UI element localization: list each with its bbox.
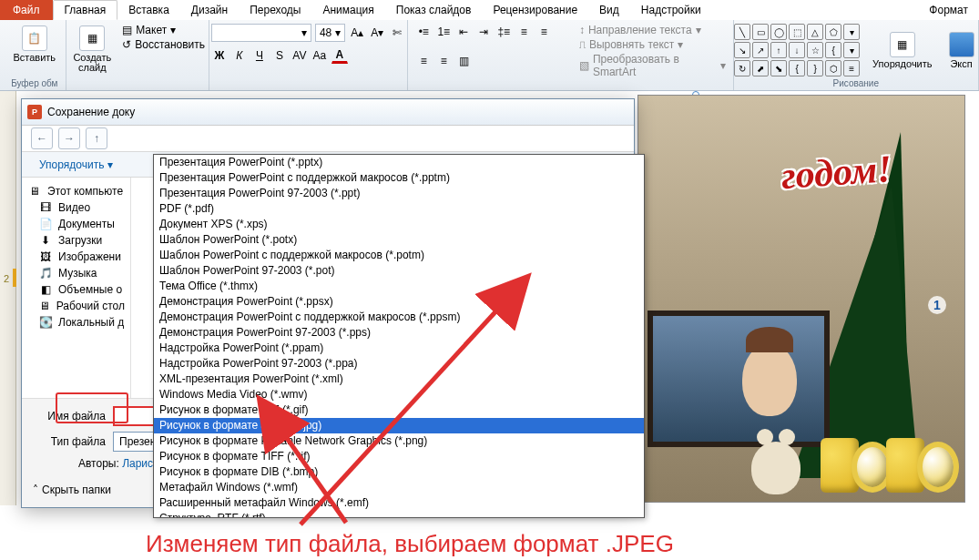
tab-view[interactable]: Вид <box>588 0 630 20</box>
smartart-label: Преобразовать в SmartArt <box>593 53 717 78</box>
filetype-option[interactable]: Шаблон PowerPoint 97-2003 (*.pot) <box>154 263 644 279</box>
clipboard-group-label: Буфер обм <box>11 78 57 90</box>
text-direction-button[interactable]: ↕Направление текста ▾ <box>579 24 726 36</box>
tree-item[interactable]: 🎞Видео <box>22 199 130 216</box>
drawing-group-label: Рисование <box>833 78 879 90</box>
video-icon: 🎞 <box>38 201 53 214</box>
inserted-image[interactable]: годом! 1 <box>637 95 965 503</box>
slide-thumbnail[interactable] <box>13 269 16 287</box>
restore-label: Восстановить <box>135 38 205 51</box>
tab-format[interactable]: Формат <box>918 0 979 20</box>
italic-icon[interactable]: К <box>231 47 248 64</box>
smartart-button[interactable]: ▧Преобразовать в SmartArt ▾ <box>579 53 726 78</box>
dialog-titlebar: P Сохранение доку <box>22 99 634 125</box>
filetype-option[interactable]: Шаблон PowerPoint с поддержкой макросов … <box>154 248 644 263</box>
layout-button[interactable]: ▤Макет ▾ <box>122 24 205 36</box>
export-label: Эксп <box>950 59 972 69</box>
underline-icon[interactable]: Ч <box>251 47 268 64</box>
back-button[interactable]: ← <box>31 127 53 149</box>
filetype-option[interactable]: Тема Office (*.thmx) <box>154 279 644 294</box>
tree-item[interactable]: 🎵Музыка <box>22 265 130 281</box>
slide-thumbnails-panel: 2 <box>0 91 16 505</box>
tab-file[interactable]: Файл <box>0 0 53 20</box>
align-left-icon[interactable]: ≡ <box>515 24 532 40</box>
channel-logo-icon: 1 <box>928 296 946 314</box>
paste-button[interactable]: 📋 Вставить <box>9 24 59 65</box>
columns-icon[interactable]: ▥ <box>455 53 472 69</box>
filetype-option[interactable]: Шаблон PowerPoint (*.potx) <box>154 232 644 248</box>
filetype-option[interactable]: Документ XPS (*.xps) <box>154 217 644 232</box>
case-icon[interactable]: Aa <box>311 47 328 64</box>
numbering-icon[interactable]: 1≡ <box>435 24 452 40</box>
filetype-option[interactable]: Презентация PowerPoint 97-2003 (*.ppt) <box>154 186 644 201</box>
tab-home[interactable]: Главная <box>53 0 118 20</box>
tree-item[interactable]: 🖥Рабочий стол <box>22 298 130 314</box>
tree-label: Изображени <box>58 250 121 263</box>
tree-item[interactable]: ◧Объемные о <box>22 281 130 298</box>
align-text-icon: ⎍ <box>579 38 586 51</box>
indent-inc-icon[interactable]: ⇥ <box>475 24 492 40</box>
desktop-icon: 🖥 <box>38 300 51 312</box>
shrink-font-icon[interactable]: A▾ <box>369 25 385 41</box>
restore-icon: ↺ <box>122 38 131 51</box>
align-right-icon[interactable]: ≡ <box>415 53 432 69</box>
images-icon: 🖼 <box>38 250 53 263</box>
indent-dec-icon[interactable]: ⇤ <box>455 24 472 40</box>
arrange-label: Упорядочить <box>872 59 932 69</box>
filetype-option[interactable]: Презентация PowerPoint (*.pptx) <box>154 155 644 170</box>
up-button[interactable]: ↑ <box>86 127 107 149</box>
strike-icon[interactable]: S <box>271 47 288 64</box>
chevron-up-icon: ˄ <box>33 484 38 496</box>
smartart-icon: ▧ <box>579 59 589 72</box>
shadow-icon[interactable]: AV <box>291 47 308 64</box>
hide-folders-button[interactable]: ˄Скрыть папки <box>33 484 111 496</box>
clear-format-icon[interactable]: ✄ <box>389 25 405 41</box>
linespacing-icon[interactable]: ‡≡ <box>495 24 512 40</box>
tree-label: Загрузки <box>58 234 102 247</box>
tree-item[interactable]: 🖼Изображени <box>22 249 130 265</box>
export-button[interactable]: Эксп <box>945 30 978 71</box>
tab-insert[interactable]: Вставка <box>117 0 180 20</box>
filetype-option[interactable]: Презентация PowerPoint с поддержкой макр… <box>154 170 644 186</box>
slide-number: 2 <box>4 273 9 284</box>
clipboard-icon: 📋 <box>22 25 47 51</box>
tab-animation[interactable]: Анимация <box>311 0 384 20</box>
tree-item[interactable]: ⬇Загрузки <box>22 232 130 249</box>
filetype-option[interactable]: PDF (*.pdf) <box>154 201 644 217</box>
font-family-select[interactable]: ▾ <box>211 24 311 42</box>
justify-icon[interactable]: ≡ <box>435 53 452 69</box>
slide-canvas[interactable]: годом! 1 <box>637 91 979 505</box>
tree-item[interactable]: 📄Документы <box>22 216 130 232</box>
align-center-icon[interactable]: ≡ <box>535 24 552 40</box>
ribbon-tabs: Файл Главная Вставка Дизайн Переходы Ани… <box>0 0 979 20</box>
font-color-icon[interactable]: A <box>331 47 348 64</box>
tab-addins[interactable]: Надстройки <box>630 0 712 20</box>
tab-review[interactable]: Рецензирование <box>482 0 588 20</box>
tree-root[interactable]: 🖥Этот компьюте <box>22 183 130 199</box>
forward-button[interactable]: → <box>58 127 80 149</box>
music-icon: 🎵 <box>38 267 53 280</box>
tree-item[interactable]: 💽Локальный д <box>22 314 130 331</box>
grow-font-icon[interactable]: A▴ <box>349 25 365 41</box>
font-size-select[interactable]: 48 ▾ <box>315 24 345 42</box>
tab-design[interactable]: Дизайн <box>180 0 239 20</box>
authors-label: Авторы: <box>78 457 119 470</box>
tab-slideshow[interactable]: Показ слайдов <box>385 0 483 20</box>
shape-gallery[interactable]: ╲▭◯⬚△⬠▾ ↘↗↑↓☆{▾ ↻⬈⬊{}⬡≡ <box>734 24 860 76</box>
tree-label: Музыка <box>58 267 97 280</box>
tree-root-label: Этот компьюте <box>47 185 123 198</box>
tab-transitions[interactable]: Переходы <box>239 0 311 20</box>
new-slide-button[interactable]: ▦ Создать слайд <box>69 24 115 75</box>
folder-tree[interactable]: 🖥Этот компьюте 🎞Видео 📄Документы ⬇Загруз… <box>22 178 131 398</box>
align-text-button[interactable]: ⎍Выровнять текст ▾ <box>579 38 726 51</box>
documents-icon: 📄 <box>38 218 53 230</box>
restore-button[interactable]: ↺Восстановить <box>122 38 205 51</box>
font-size-value: 48 <box>320 26 331 39</box>
tree-label: Рабочий стол <box>56 300 125 312</box>
bullets-icon[interactable]: •≡ <box>415 24 432 40</box>
organize-button[interactable]: Упорядочить ▾ <box>31 155 121 175</box>
bold-icon[interactable]: Ж <box>211 47 228 64</box>
dialog-navbar: ← → ↑ <box>22 125 634 152</box>
arrange-button[interactable]: ▦ Упорядочить <box>869 30 935 71</box>
tree-label: Объемные о <box>58 283 122 296</box>
